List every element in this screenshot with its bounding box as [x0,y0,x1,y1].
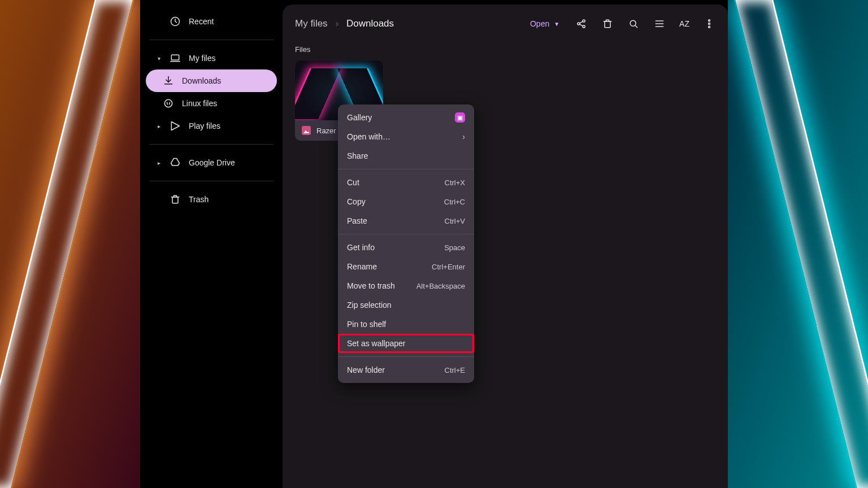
menu-item-label: Zip selection [347,300,392,310]
menu-item-label: Rename [347,262,377,271]
laptop-icon [170,53,181,64]
chevron-right-icon: › [462,132,465,141]
sidebar-item-trash[interactable]: Trash [146,188,277,211]
menu-item-set-as-wallpaper[interactable]: Set as wallpaper [338,334,474,353]
svg-point-10 [709,23,710,25]
menu-item-label: New folder [347,365,385,374]
menu-item-zip-selection[interactable]: Zip selection [338,295,474,315]
linux-icon [163,98,174,109]
sidebar-divider [149,181,274,181]
menu-item-copy[interactable]: Copy Ctrl+C [338,192,474,211]
clock-icon [170,16,181,27]
more-options-icon[interactable] [703,18,715,30]
context-menu: Gallery ▣ Open with… › Share Cut Ctrl+X … [338,104,474,383]
delete-icon[interactable] [601,18,614,30]
menu-item-shortcut: Ctrl+E [445,366,465,374]
sort-az-icon[interactable]: AZ [679,18,689,30]
sidebar-item-downloads[interactable]: Downloads [146,69,277,92]
svg-point-2 [164,99,172,107]
menu-item-label: Share [347,151,368,160]
svg-rect-1 [171,55,179,60]
chevron-down-icon: ▼ [554,21,559,27]
breadcrumb: My files › Downloads [295,18,394,29]
breadcrumb-root[interactable]: My files [295,18,328,29]
sidebar-item-play-files[interactable]: ▸ Play files [146,115,277,137]
menu-item-shortcut: Ctrl+C [444,198,465,206]
menu-item-gallery[interactable]: Gallery ▣ [338,108,474,127]
menu-item-label: Paste [347,216,367,225]
play-icon [170,120,181,132]
wallpaper-neon-right [734,0,868,488]
gallery-app-icon: ▣ [455,112,465,123]
sidebar-item-google-drive[interactable]: ▸ Google Drive [146,151,277,174]
toolbar-icons: AZ [575,18,715,30]
sidebar-item-label: Play files [189,121,220,130]
section-label-files: Files [295,45,715,54]
chevron-right-icon: ▸ [156,160,162,166]
breadcrumb-current: Downloads [346,18,394,29]
sidebar-item-label: Google Drive [189,158,235,167]
menu-item-shortcut: Ctrl+Enter [432,263,465,271]
topbar: My files › Downloads Open ▼ [295,15,715,33]
sidebar-item-label: Linux files [182,99,217,108]
menu-separator [338,356,474,357]
menu-item-shortcut: Space [444,243,465,252]
list-view-icon[interactable] [653,18,666,30]
menu-item-share[interactable]: Share [338,146,474,165]
sidebar-item-label: Downloads [182,76,221,85]
menu-item-open-with[interactable]: Open with… › [338,127,474,146]
menu-separator [338,169,474,169]
sidebar-item-label: Recent [189,17,214,26]
menu-item-label: Pin to shelf [347,320,386,329]
svg-rect-7 [605,21,610,28]
svg-point-8 [630,20,636,26]
open-button[interactable]: Open ▼ [526,16,564,32]
sidebar-item-my-files[interactable]: ▾ My files [146,47,277,69]
sidebar-item-label: Trash [189,195,209,204]
menu-item-label: Get info [347,243,375,252]
menu-item-cut[interactable]: Cut Ctrl+X [338,173,474,192]
menu-item-shortcut: Alt+Backspace [416,282,465,290]
menu-item-label: Gallery [347,113,372,122]
open-button-label: Open [530,19,549,28]
menu-item-label: Copy [347,197,366,206]
menu-item-label: Cut [347,178,359,187]
menu-item-get-info[interactable]: Get info Space [338,238,474,257]
menu-item-shortcut: Ctrl+X [445,178,465,187]
menu-item-label: Open with… [347,132,390,141]
drive-icon [170,157,181,168]
menu-item-shortcut: Ctrl+V [445,217,465,225]
sidebar-item-linux-files[interactable]: Linux files [146,92,277,115]
sidebar: Recent ▾ My files Downloads [140,0,283,488]
menu-item-paste[interactable]: Paste Ctrl+V [338,211,474,230]
trash-icon [170,194,181,205]
search-icon[interactable] [627,18,640,30]
chevron-right-icon: › [336,19,338,29]
sidebar-divider [149,144,274,145]
share-icon[interactable] [575,18,588,30]
sidebar-divider [149,40,274,40]
menu-item-label: Move to trash [347,281,395,290]
sidebar-item-label: My files [189,54,215,63]
menu-item-new-folder[interactable]: New folder Ctrl+E [338,360,474,380]
download-icon [163,75,174,86]
sidebar-item-recent[interactable]: Recent [146,10,277,33]
wallpaper-neon-left [0,0,134,488]
chevron-right-icon: ▸ [156,123,162,129]
menu-item-rename[interactable]: Rename Ctrl+Enter [338,257,474,276]
svg-rect-3 [172,197,178,203]
menu-item-label: Set as wallpaper [347,339,406,348]
image-icon [302,126,311,135]
menu-item-pin-to-shelf[interactable]: Pin to shelf [338,315,474,334]
menu-item-move-to-trash[interactable]: Move to trash Alt+Backspace [338,276,474,295]
chevron-down-icon: ▾ [156,55,162,62]
svg-point-11 [709,26,710,28]
desktop-wallpaper: Recent ▾ My files Downloads [0,0,868,488]
svg-point-9 [709,20,710,21]
menu-separator [338,234,474,234]
